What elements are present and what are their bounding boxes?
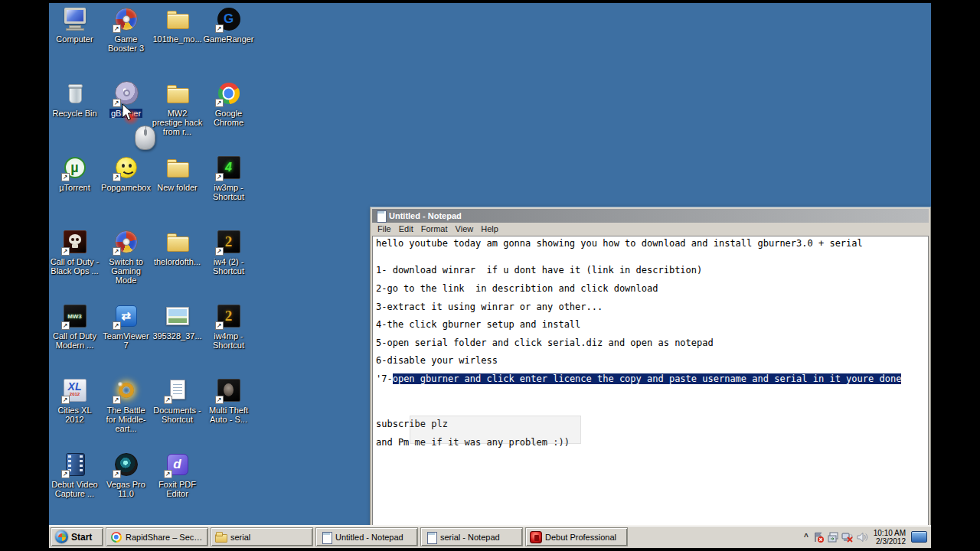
desktop-icon-recycle-bin[interactable]: Recycle Bin <box>49 80 100 155</box>
desktop-icon-label: 395328_37... <box>152 331 201 341</box>
network-disconnected-icon[interactable] <box>841 531 854 543</box>
taskbar-button-debut-professional[interactable]: Debut Professional <box>525 527 628 546</box>
action-center-flag-icon[interactable] <box>812 531 825 543</box>
desktop-icon-foxit-pdf-editor[interactable]: d↗Foxit PDF Editor <box>152 452 203 526</box>
desktop-icon-popgamebox[interactable]: ↗Popgamebox <box>100 155 152 229</box>
taskbar-button-rapidshare-secure[interactable]: RapidShare – Secure ... <box>106 527 208 546</box>
desktop-icon-label: iw4mp - Shortcut <box>204 331 254 350</box>
desktop-icon-label: New folder <box>157 183 198 192</box>
taskbar-button-serial-notepad[interactable]: serial - Notepad <box>420 527 523 546</box>
desktop-icon-grid: Computer↗Game Booster 3101the_mo...G↗Gam… <box>49 6 256 526</box>
taskbar-button-untitled-notepad[interactable]: Untitled - Notepad <box>315 527 418 546</box>
desktop-icon-documents-shortcut[interactable]: ↗Documents - Shortcut <box>152 377 203 452</box>
desktop-icon-gameranger[interactable]: G↗GameRanger <box>203 6 254 80</box>
shortcut-arrow-badge: ↗ <box>113 24 121 33</box>
booster-icon: ↗ <box>113 229 139 255</box>
folder-icon <box>165 155 191 181</box>
desktop-icon-label: Multi Theft Auto - S... <box>204 406 254 424</box>
notepad-text-area[interactable]: hello youtube today am gonna showing you… <box>372 236 929 546</box>
codmw-icon: MW3↗ <box>62 303 88 329</box>
desktop-icon-vegas-pro-11-0[interactable]: ↗Vegas Pro 11.0 <box>100 452 152 526</box>
citiesxl-icon: XL2012↗ <box>62 377 88 403</box>
desktop-icon-call-of-duty-modern[interactable]: MW3↗Call of Duty Modern ... <box>49 303 100 377</box>
menu-format[interactable]: Format <box>417 223 452 234</box>
taskbar-button-label: serial - Notepad <box>440 533 500 542</box>
teamviewer-icon: ⇄↗ <box>113 303 139 329</box>
mta-icon: ↗ <box>216 377 242 403</box>
windows-logo-icon <box>55 530 68 543</box>
notepad-icon <box>425 531 437 543</box>
desktop-icon-395328-37[interactable]: 395328_37... <box>152 303 203 377</box>
desktop-icon-label: TeamViewer 7 <box>101 331 152 350</box>
volume-icon[interactable] <box>856 531 868 543</box>
desktop-icon-teamviewer-7[interactable]: ⇄↗TeamViewer 7 <box>100 303 152 377</box>
display-tray-icon[interactable] <box>911 531 927 543</box>
folder-icon <box>165 80 191 106</box>
desktop-icon-multi-theft-auto-s[interactable]: ↗Multi Theft Auto - S... <box>203 377 254 452</box>
folder-icon <box>215 534 227 543</box>
desktop-icon-label: Google Chrome <box>204 109 254 127</box>
desktop: Computer↗Game Booster 3101the_mo...G↗Gam… <box>49 3 931 548</box>
start-button[interactable]: Start <box>51 527 103 546</box>
shortcut-arrow-badge: ↗ <box>215 99 224 107</box>
desktop-icon-call-of-duty-black-ops[interactable]: ↗Call of Duty - Black Ops ... <box>49 229 100 303</box>
desktop-icon-torrent[interactable]: µ↗µTorrent <box>49 155 100 229</box>
shortcut-arrow-badge: ↗ <box>113 99 121 107</box>
desktop-icon-101the-mo[interactable]: 101the_mo... <box>152 6 203 80</box>
folder-icon <box>165 6 191 32</box>
show-hidden-icons-chevron[interactable]: ^ <box>803 533 809 541</box>
desktop-icon-label: 101the_mo... <box>152 34 201 44</box>
skull-icon: ↗ <box>62 229 88 255</box>
desktop-icon-label: Vegas Pro 11.0 <box>101 480 152 498</box>
desktop-icon-label: iw3mp - Shortcut <box>204 183 254 201</box>
desktop-icon-label: µTorrent <box>59 183 90 192</box>
taskbar-clock[interactable]: 10:10 AM 2/3/2012 <box>871 529 908 546</box>
desktop-icon-debut-video-capture[interactable]: ↗Debut Video Capture ... <box>49 452 100 526</box>
monitor-icon <box>62 6 88 32</box>
desktop-icon-iw4-2-shortcut[interactable]: 2↗iw4 (2) - Shortcut <box>203 229 254 303</box>
desktop-icon-thelordofth[interactable]: thelordofth... <box>152 229 203 303</box>
desktop-icon-label: GameRanger <box>204 34 254 44</box>
desktop-icon-the-battle-for-middle-eart[interactable]: ↗The Battle for Middle-eart... <box>100 377 152 452</box>
gold2-icon: 2↗ <box>216 303 242 329</box>
smiley-icon: ↗ <box>113 155 139 181</box>
notepad-titlebar[interactable]: Untitled - Notepad <box>372 209 929 223</box>
taskbar-button-label: RapidShare – Secure ... <box>126 533 204 542</box>
desktop-icon-gburner[interactable]: ↗gBurner <box>100 80 152 155</box>
shortcut-arrow-badge: ↗ <box>61 173 70 181</box>
selected-text: open gburner and click enter licence the… <box>393 373 902 384</box>
desktop-icon-iw4mp-shortcut[interactable]: 2↗iw4mp - Shortcut <box>203 303 254 377</box>
desktop-icon-google-chrome[interactable]: ↗Google Chrome <box>203 80 254 155</box>
desktop-icon-game-booster-3[interactable]: ↗Game Booster 3 <box>100 6 152 80</box>
shortcut-arrow-badge: ↗ <box>61 247 70 256</box>
desktop-icon-mw2-prestige-hack-from-r[interactable]: MW2 prestige hack from r... <box>152 80 203 155</box>
taskbar-button-label: Untitled - Notepad <box>335 533 403 542</box>
shortcut-arrow-badge: ↗ <box>113 321 121 330</box>
shortcut-arrow-badge: ↗ <box>215 173 224 181</box>
desktop-icon-new-folder[interactable]: New folder <box>152 155 203 229</box>
codstar-icon: 4↗ <box>216 155 242 181</box>
shortcut-arrow-badge: ↗ <box>215 321 224 330</box>
clock-time: 10:10 AM <box>874 529 906 537</box>
desktop-icon-switch-to-gaming-mode[interactable]: ↗Switch to Gaming Mode <box>100 229 152 303</box>
desktop-icon-iw3mp-shortcut[interactable]: 4↗iw3mp - Shortcut <box>203 155 254 229</box>
desktop-icon-label: Game Booster 3 <box>101 34 152 53</box>
desktop-icon-computer[interactable]: Computer <box>49 6 100 80</box>
chrome-icon <box>110 531 122 543</box>
notepad-icon <box>374 210 387 222</box>
debut-icon <box>530 531 542 543</box>
menu-view[interactable]: View <box>452 223 478 234</box>
desktop-icon-label: Debut Video Capture ... <box>50 480 100 498</box>
desktop-icon-cities-xl-2012[interactable]: XL2012↗Cities XL 2012 <box>49 377 100 452</box>
desktop-icon-label: Call of Duty - Black Ops ... <box>50 257 100 276</box>
window-title: Untitled - Notepad <box>389 209 462 223</box>
menu-edit[interactable]: Edit <box>395 223 417 234</box>
photo-icon <box>165 303 191 329</box>
window-restore-icon[interactable] <box>827 531 839 543</box>
menu-help[interactable]: Help <box>477 223 502 234</box>
menu-file[interactable]: File <box>374 223 395 234</box>
desktop-icon-label: thelordofth... <box>154 257 201 266</box>
taskbar-button-serial[interactable]: serial <box>211 527 313 546</box>
ring-icon: ↗ <box>113 377 139 403</box>
desktop-icon-label: gBurner <box>109 109 142 118</box>
